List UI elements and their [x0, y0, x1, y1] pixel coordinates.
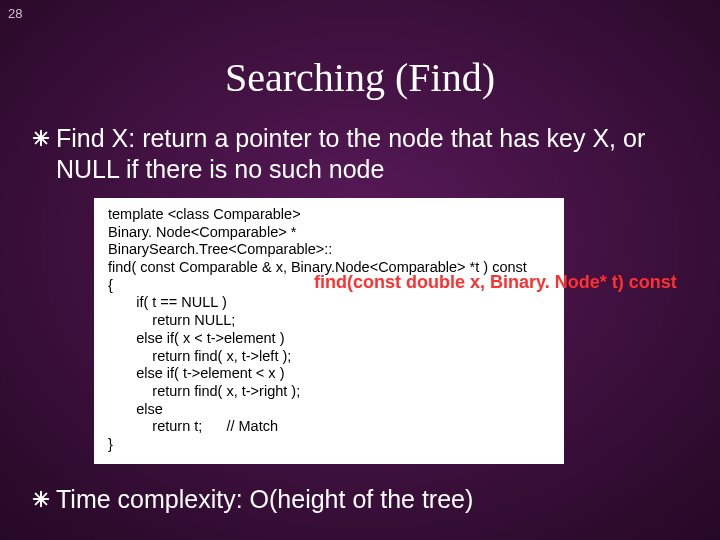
asterisk-icon [32, 490, 50, 508]
content-area: Find X: return a pointer to the node tha… [0, 123, 720, 514]
page-number: 28 [8, 6, 22, 21]
bullet-text: Find X: return a pointer to the node tha… [56, 123, 682, 184]
code-area: template <class Comparable> Binary. Node… [94, 198, 614, 464]
slide-title: Searching (Find) [0, 54, 720, 101]
overlay-annotation: find(const double x, Binary. Node* t) co… [314, 272, 677, 293]
bullet-text: Time complexity: O(height of the tree) [56, 484, 473, 515]
asterisk-icon [32, 129, 50, 147]
code-block: template <class Comparable> Binary. Node… [94, 198, 564, 464]
bullet-item: Find X: return a pointer to the node tha… [32, 123, 682, 184]
bullet-item: Time complexity: O(height of the tree) [32, 484, 682, 515]
